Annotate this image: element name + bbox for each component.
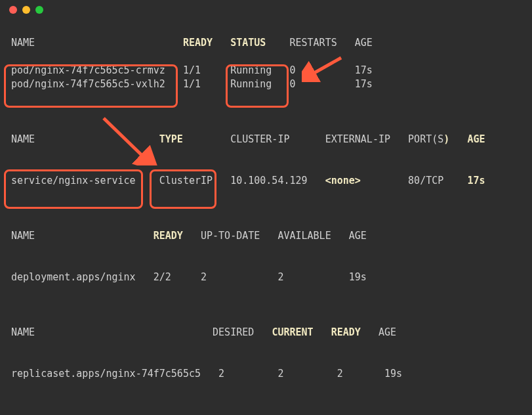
col-externalip: EXTERNAL-IP <box>325 133 390 145</box>
deployments-header-row: NAME READY UP-TO-DATE AVAILABLE AGE <box>11 229 521 243</box>
deployment-row: deployment.apps/nginx 2/2 2 2 19s <box>11 271 521 284</box>
col-current: CURRENT <box>272 326 313 338</box>
service-row: service/nginx-service ClusterIP 10.100.5… <box>11 174 521 188</box>
col-name: NAME <box>11 133 35 145</box>
minimize-icon[interactable] <box>22 6 30 14</box>
replicaset-desired: 2 <box>218 368 224 380</box>
service-externalip: <none> <box>325 175 361 186</box>
col-available: AVAILABLE <box>277 230 331 242</box>
col-restarts: RESTARTS <box>289 37 337 49</box>
deployment-available: 2 <box>277 271 283 283</box>
replicaset-name: replicaset.apps/nginx-74f7c565c5 <box>11 368 201 380</box>
col-age: AGE <box>349 230 367 242</box>
col-age: AGE <box>379 326 396 338</box>
deployment-ready: 2/2 <box>153 271 171 283</box>
col-name: NAME <box>11 37 35 49</box>
pod-ready: 1/1 <box>183 78 201 90</box>
col-ready: READY <box>331 326 361 338</box>
service-name: service/nginx-service <box>11 175 136 186</box>
col-name: NAME <box>11 230 35 242</box>
pod-age: 17s <box>355 64 373 76</box>
col-desired: DESIRED <box>213 326 254 338</box>
deployment-age: 19s <box>349 271 367 283</box>
col-status: STATUS <box>230 37 266 49</box>
deployment-uptodate: 2 <box>201 271 207 283</box>
replicasets-header-row: NAME DESIRED CURRENT READY AGE <box>11 326 521 339</box>
pod-restarts: 0 <box>289 78 295 90</box>
replicaset-ready: 2 <box>337 368 343 380</box>
replicaset-age: 19s <box>384 368 402 380</box>
pod-row: pod/nginx-74f7c565c5-vxlh2 1/1 Running 0… <box>11 77 521 91</box>
replicaset-row: replicaset.apps/nginx-74f7c565c5 2 2 2 1… <box>11 367 521 381</box>
pod-age: 17s <box>355 78 373 90</box>
service-age: 17s <box>467 175 485 186</box>
col-ready: READY <box>183 37 213 49</box>
pod-name: pod/nginx-74f7c565c5-crmvz <box>11 64 165 76</box>
col-age: AGE <box>467 133 485 145</box>
deployment-name: deployment.apps/nginx <box>11 271 136 283</box>
service-ports: 80/TCP <box>408 175 443 186</box>
col-uptodate: UP-TO-DATE <box>201 230 260 242</box>
pod-status: Running <box>230 78 272 90</box>
service-clusterip: 10.100.54.129 <box>230 175 307 186</box>
service-type: ClusterIP <box>159 175 213 186</box>
col-age: AGE <box>355 37 373 49</box>
close-icon[interactable] <box>9 6 17 14</box>
services-header-row: NAME TYPE CLUSTER-IP EXTERNAL-IP PORT(S)… <box>11 133 521 146</box>
col-type: TYPE <box>159 133 183 145</box>
col-clusterip: CLUSTER-IP <box>230 133 289 145</box>
terminal-output: NAME READY STATUS RESTARTS AGE pod/nginx… <box>0 20 532 381</box>
pods-header-row: NAME READY STATUS RESTARTS AGE <box>11 36 521 50</box>
col-name: NAME <box>11 326 35 338</box>
pod-status: Running <box>230 64 272 76</box>
col-ports: PORT(S) <box>408 133 449 145</box>
pod-name: pod/nginx-74f7c565c5-vxlh2 <box>11 78 165 90</box>
pod-restarts: 0 <box>289 64 295 76</box>
replicaset-current: 2 <box>277 368 283 380</box>
pod-ready: 1/1 <box>183 64 201 76</box>
col-ready: READY <box>153 230 183 242</box>
window-titlebar <box>0 0 532 20</box>
pod-row: pod/nginx-74f7c565c5-crmvz 1/1 Running 0… <box>11 64 521 77</box>
maximize-icon[interactable] <box>35 6 43 14</box>
